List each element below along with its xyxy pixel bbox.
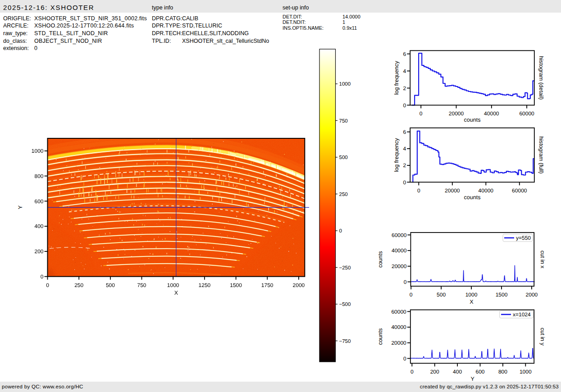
svg-text:2000: 2000: [293, 282, 305, 288]
svg-text:800: 800: [498, 369, 507, 375]
svg-text:x=1024: x=1024: [513, 311, 531, 318]
svg-text:750: 750: [339, 119, 348, 124]
svg-text:1000: 1000: [465, 292, 478, 298]
svg-text:500: 500: [106, 282, 115, 288]
svg-text:0: 0: [41, 273, 44, 280]
svg-text:0: 0: [420, 110, 423, 117]
svg-text:y=550: y=550: [516, 235, 531, 241]
svg-text:400: 400: [453, 369, 462, 375]
svg-text:1000: 1000: [339, 82, 351, 87]
svg-text:cut in x: cut in x: [539, 251, 546, 269]
svg-text:0: 0: [46, 282, 49, 288]
svg-text:cut in y: cut in y: [539, 328, 546, 346]
svg-text:X: X: [174, 290, 178, 296]
svg-text:Y: Y: [17, 205, 23, 209]
svg-text:500: 500: [437, 292, 446, 298]
svg-text:1500: 1500: [230, 282, 242, 288]
svg-text:1000: 1000: [32, 148, 44, 154]
svg-text:−500: −500: [339, 302, 351, 307]
svg-text:60000: 60000: [519, 110, 534, 117]
svg-text:200: 200: [430, 369, 439, 375]
svg-text:counts: counts: [464, 194, 481, 201]
svg-text:750: 750: [137, 282, 146, 288]
svg-text:40000: 40000: [391, 324, 406, 330]
svg-text:2: 2: [403, 162, 406, 169]
svg-text:200: 200: [34, 248, 43, 255]
svg-text:0: 0: [339, 228, 342, 234]
svg-text:1250: 1250: [199, 282, 211, 288]
svg-text:X: X: [470, 299, 474, 305]
svg-text:20000: 20000: [392, 263, 407, 269]
svg-text:4: 4: [403, 146, 406, 152]
svg-text:40000: 40000: [484, 110, 499, 117]
svg-text:counts: counts: [377, 251, 383, 268]
svg-text:800: 800: [34, 173, 43, 179]
svg-text:log frequency: log frequency: [393, 61, 400, 95]
svg-text:histogram (detail): histogram (detail): [538, 56, 544, 100]
svg-text:2: 2: [403, 85, 406, 91]
svg-text:250: 250: [339, 192, 348, 197]
svg-text:2000: 2000: [526, 292, 538, 298]
svg-text:6: 6: [403, 129, 406, 135]
svg-text:400: 400: [34, 223, 43, 229]
svg-text:counts: counts: [464, 117, 481, 123]
svg-text:Y: Y: [470, 376, 474, 382]
svg-text:60000: 60000: [391, 309, 406, 315]
svg-text:−750: −750: [339, 339, 351, 344]
svg-text:histogram (full): histogram (full): [538, 137, 544, 174]
svg-text:1000: 1000: [167, 282, 179, 288]
svg-text:0: 0: [410, 369, 414, 375]
svg-text:0: 0: [403, 102, 406, 109]
svg-text:60000: 60000: [512, 187, 527, 194]
svg-text:20000: 20000: [391, 340, 406, 346]
svg-text:20000: 20000: [449, 110, 464, 117]
svg-text:500: 500: [339, 155, 348, 160]
svg-text:1000: 1000: [520, 369, 532, 375]
svg-text:0: 0: [417, 187, 420, 194]
svg-text:6: 6: [403, 51, 406, 57]
svg-text:1750: 1750: [261, 282, 274, 288]
svg-text:counts: counts: [377, 328, 383, 345]
svg-text:40000: 40000: [479, 187, 494, 194]
svg-text:40000: 40000: [392, 247, 407, 254]
svg-text:−250: −250: [339, 265, 351, 271]
svg-text:1500: 1500: [496, 292, 508, 298]
svg-text:0: 0: [410, 292, 413, 298]
svg-text:60000: 60000: [392, 232, 407, 238]
svg-text:0: 0: [403, 179, 406, 186]
svg-text:600: 600: [475, 369, 484, 375]
svg-text:log frequency: log frequency: [393, 138, 400, 172]
svg-text:0: 0: [404, 279, 407, 285]
svg-text:20000: 20000: [445, 187, 460, 194]
svg-text:250: 250: [74, 282, 83, 288]
svg-text:600: 600: [34, 198, 43, 205]
svg-text:4: 4: [403, 68, 406, 74]
svg-text:0: 0: [403, 356, 406, 362]
